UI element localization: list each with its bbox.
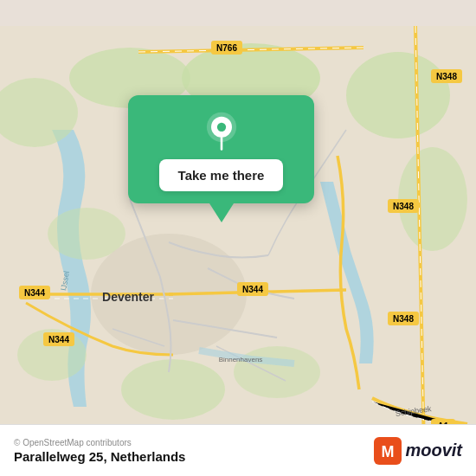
svg-point-2: [346, 52, 450, 138]
svg-point-28: [216, 123, 225, 132]
n344-left-label: N344: [24, 288, 45, 298]
binnenhavens-label: Binnenhavens: [219, 356, 263, 363]
moovit-logo[interactable]: M moovit: [374, 437, 462, 465]
bottom-left: © OpenStreetMap contributors Parallelweg…: [14, 438, 185, 464]
n344-mid-label: N344: [242, 285, 263, 294]
n348-top-label: N348: [436, 72, 457, 81]
popup-card: Take me there: [128, 95, 314, 203]
svg-point-7: [121, 359, 225, 420]
copyright-text: © OpenStreetMap contributors: [14, 438, 185, 447]
address-text: Parallelweg 25, Netherlands: [14, 449, 185, 464]
map-svg: N766 N348 N348 N348 N344 N344 N344 A1 De…: [0, 0, 476, 476]
n348-bot-label: N348: [393, 314, 414, 324]
n344-road-label: N344: [48, 335, 69, 344]
map-container: N766 N348 N348 N348 N344 N344 N344 A1 De…: [0, 0, 476, 476]
take-me-there-button[interactable]: Take me there: [159, 159, 284, 191]
bottom-bar: © OpenStreetMap contributors Parallelweg…: [0, 424, 476, 476]
n766-label: N766: [216, 43, 237, 53]
moovit-wordmark: moovit: [405, 441, 462, 460]
svg-point-8: [234, 346, 320, 398]
svg-text:M: M: [382, 443, 395, 460]
moovit-icon: M: [374, 437, 402, 465]
city-label: Deventer: [102, 290, 154, 304]
pin-icon: [201, 111, 242, 152]
n348-mid-label: N348: [393, 202, 414, 211]
